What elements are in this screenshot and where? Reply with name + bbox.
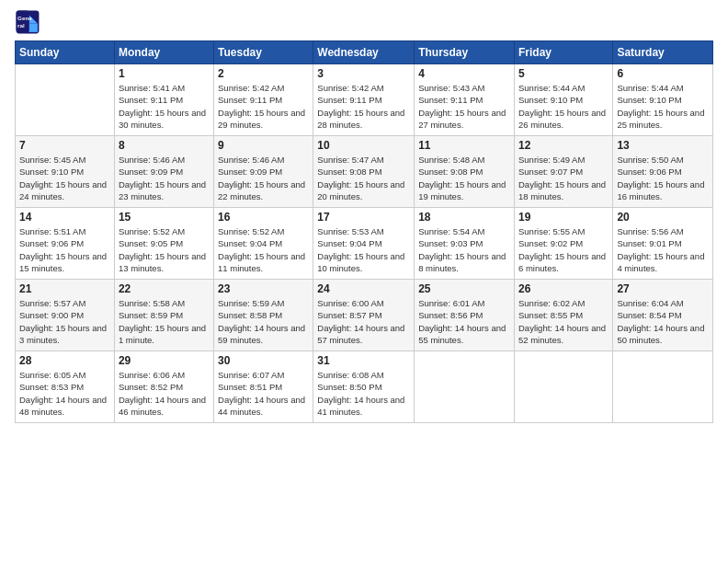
day-info: Sunrise: 5:55 AMSunset: 9:02 PMDaylight:… xyxy=(518,226,606,273)
week-row-4: 21 Sunrise: 5:57 AMSunset: 9:00 PMDaylig… xyxy=(16,280,713,351)
day-info: Sunrise: 6:01 AMSunset: 8:56 PMDaylight:… xyxy=(418,298,506,345)
day-number: 6 xyxy=(617,67,709,80)
day-info: Sunrise: 5:44 AMSunset: 9:10 PMDaylight:… xyxy=(518,83,606,130)
calendar-table: SundayMondayTuesdayWednesdayThursdayFrid… xyxy=(15,40,713,423)
calendar-cell: 7 Sunrise: 5:45 AMSunset: 9:10 PMDayligh… xyxy=(16,136,115,208)
calendar-header: SundayMondayTuesdayWednesdayThursdayFrid… xyxy=(16,41,713,64)
day-number: 16 xyxy=(218,211,309,224)
day-info: Sunrise: 6:07 AMSunset: 8:51 PMDaylight:… xyxy=(218,370,305,417)
calendar-cell: 30 Sunrise: 6:07 AMSunset: 8:51 PMDaylig… xyxy=(214,351,313,423)
svg-text:ral: ral xyxy=(17,22,25,29)
calendar-cell: 9 Sunrise: 5:46 AMSunset: 9:09 PMDayligh… xyxy=(214,136,313,208)
header-row: SundayMondayTuesdayWednesdayThursdayFrid… xyxy=(16,41,713,64)
header: Gene ral xyxy=(15,9,713,35)
day-info: Sunrise: 5:51 AMSunset: 9:06 PMDaylight:… xyxy=(19,226,107,273)
day-info: Sunrise: 5:44 AMSunset: 9:10 PMDaylight:… xyxy=(617,83,704,130)
calendar-cell: 1 Sunrise: 5:41 AMSunset: 9:11 PMDayligh… xyxy=(114,64,213,136)
calendar-cell: 19 Sunrise: 5:55 AMSunset: 9:02 PMDaylig… xyxy=(514,208,612,280)
day-info: Sunrise: 5:47 AMSunset: 9:08 PMDaylight:… xyxy=(317,155,404,201)
day-info: Sunrise: 6:00 AMSunset: 8:57 PMDaylight:… xyxy=(317,298,404,345)
day-info: Sunrise: 5:57 AMSunset: 9:00 PMDaylight:… xyxy=(19,298,107,345)
calendar-cell: 6 Sunrise: 5:44 AMSunset: 9:10 PMDayligh… xyxy=(613,64,713,136)
logo: Gene ral xyxy=(15,9,42,35)
calendar-cell: 21 Sunrise: 5:57 AMSunset: 9:00 PMDaylig… xyxy=(16,280,115,351)
day-number: 14 xyxy=(19,211,110,224)
calendar-cell: 20 Sunrise: 5:56 AMSunset: 9:01 PMDaylig… xyxy=(613,208,713,280)
day-number: 1 xyxy=(119,67,210,80)
calendar-cell: 10 Sunrise: 5:47 AMSunset: 9:08 PMDaylig… xyxy=(313,136,415,208)
day-number: 20 xyxy=(617,211,709,224)
day-number: 11 xyxy=(418,139,510,152)
day-header-sunday: Sunday xyxy=(16,41,115,64)
svg-text:Gene: Gene xyxy=(17,15,32,21)
calendar-cell: 31 Sunrise: 6:08 AMSunset: 8:50 PMDaylig… xyxy=(313,351,415,423)
day-number: 24 xyxy=(317,282,410,295)
calendar-cell: 22 Sunrise: 5:58 AMSunset: 8:59 PMDaylig… xyxy=(114,280,213,351)
week-row-2: 7 Sunrise: 5:45 AMSunset: 9:10 PMDayligh… xyxy=(16,136,713,208)
calendar-cell: 16 Sunrise: 5:52 AMSunset: 9:04 PMDaylig… xyxy=(214,208,313,280)
calendar-cell: 25 Sunrise: 6:01 AMSunset: 8:56 PMDaylig… xyxy=(415,280,515,351)
day-info: Sunrise: 6:06 AMSunset: 8:52 PMDaylight:… xyxy=(119,370,206,417)
calendar-cell: 12 Sunrise: 5:49 AMSunset: 9:07 PMDaylig… xyxy=(514,136,612,208)
day-info: Sunrise: 5:48 AMSunset: 9:08 PMDaylight:… xyxy=(418,155,506,201)
calendar-cell: 17 Sunrise: 5:53 AMSunset: 9:04 PMDaylig… xyxy=(313,208,415,280)
week-row-1: 1 Sunrise: 5:41 AMSunset: 9:11 PMDayligh… xyxy=(16,64,713,136)
week-row-5: 28 Sunrise: 6:05 AMSunset: 8:53 PMDaylig… xyxy=(16,351,713,423)
day-info: Sunrise: 5:52 AMSunset: 9:05 PMDaylight:… xyxy=(119,226,206,273)
day-number: 5 xyxy=(518,67,609,80)
calendar-cell: 24 Sunrise: 6:00 AMSunset: 8:57 PMDaylig… xyxy=(313,280,415,351)
day-number: 18 xyxy=(418,211,510,224)
calendar-cell xyxy=(613,351,713,423)
calendar-cell xyxy=(415,351,515,423)
week-row-3: 14 Sunrise: 5:51 AMSunset: 9:06 PMDaylig… xyxy=(16,208,713,280)
day-info: Sunrise: 5:54 AMSunset: 9:03 PMDaylight:… xyxy=(418,226,506,273)
day-info: Sunrise: 5:53 AMSunset: 9:04 PMDaylight:… xyxy=(317,226,404,273)
day-info: Sunrise: 6:05 AMSunset: 8:53 PMDaylight:… xyxy=(19,370,107,417)
day-info: Sunrise: 5:41 AMSunset: 9:11 PMDaylight:… xyxy=(119,83,206,130)
day-number: 21 xyxy=(19,282,110,295)
day-number: 9 xyxy=(218,139,309,152)
day-header-monday: Monday xyxy=(114,41,213,64)
calendar-cell: 29 Sunrise: 6:06 AMSunset: 8:52 PMDaylig… xyxy=(114,351,213,423)
day-number: 22 xyxy=(119,282,210,295)
day-number: 27 xyxy=(617,282,709,295)
day-info: Sunrise: 6:08 AMSunset: 8:50 PMDaylight:… xyxy=(317,370,404,417)
day-number: 3 xyxy=(317,67,410,80)
calendar-cell: 13 Sunrise: 5:50 AMSunset: 9:06 PMDaylig… xyxy=(613,136,713,208)
day-info: Sunrise: 5:59 AMSunset: 8:58 PMDaylight:… xyxy=(218,298,305,345)
day-number: 12 xyxy=(518,139,609,152)
calendar-cell: 8 Sunrise: 5:46 AMSunset: 9:09 PMDayligh… xyxy=(114,136,213,208)
day-number: 23 xyxy=(218,282,309,295)
calendar-cell: 28 Sunrise: 6:05 AMSunset: 8:53 PMDaylig… xyxy=(16,351,115,423)
day-number: 10 xyxy=(317,139,410,152)
day-info: Sunrise: 5:42 AMSunset: 9:11 PMDaylight:… xyxy=(218,83,305,130)
day-number: 30 xyxy=(218,354,309,367)
day-header-saturday: Saturday xyxy=(613,41,713,64)
calendar-cell: 27 Sunrise: 6:04 AMSunset: 8:54 PMDaylig… xyxy=(613,280,713,351)
day-number: 15 xyxy=(119,211,210,224)
calendar-cell: 23 Sunrise: 5:59 AMSunset: 8:58 PMDaylig… xyxy=(214,280,313,351)
day-header-thursday: Thursday xyxy=(415,41,515,64)
calendar-cell: 11 Sunrise: 5:48 AMSunset: 9:08 PMDaylig… xyxy=(415,136,515,208)
day-header-tuesday: Tuesday xyxy=(214,41,313,64)
day-number: 4 xyxy=(418,67,510,80)
day-info: Sunrise: 5:58 AMSunset: 8:59 PMDaylight:… xyxy=(119,298,206,345)
calendar-cell: 5 Sunrise: 5:44 AMSunset: 9:10 PMDayligh… xyxy=(514,64,612,136)
calendar-cell: 2 Sunrise: 5:42 AMSunset: 9:11 PMDayligh… xyxy=(214,64,313,136)
day-info: Sunrise: 5:43 AMSunset: 9:11 PMDaylight:… xyxy=(418,83,506,130)
day-info: Sunrise: 5:50 AMSunset: 9:06 PMDaylight:… xyxy=(617,155,704,201)
day-info: Sunrise: 5:46 AMSunset: 9:09 PMDaylight:… xyxy=(218,155,305,201)
calendar-cell xyxy=(514,351,612,423)
day-info: Sunrise: 5:52 AMSunset: 9:04 PMDaylight:… xyxy=(218,226,305,273)
day-number: 13 xyxy=(617,139,709,152)
day-number: 25 xyxy=(418,282,510,295)
calendar-body: 1 Sunrise: 5:41 AMSunset: 9:11 PMDayligh… xyxy=(16,64,713,423)
day-header-friday: Friday xyxy=(514,41,612,64)
calendar-cell: 3 Sunrise: 5:42 AMSunset: 9:11 PMDayligh… xyxy=(313,64,415,136)
logo-icon: Gene ral xyxy=(15,9,40,35)
day-info: Sunrise: 5:56 AMSunset: 9:01 PMDaylight:… xyxy=(617,226,704,273)
day-info: Sunrise: 5:49 AMSunset: 9:07 PMDaylight:… xyxy=(518,155,606,201)
day-info: Sunrise: 5:46 AMSunset: 9:09 PMDaylight:… xyxy=(119,155,206,201)
day-number: 7 xyxy=(19,139,110,152)
day-number: 26 xyxy=(518,282,609,295)
